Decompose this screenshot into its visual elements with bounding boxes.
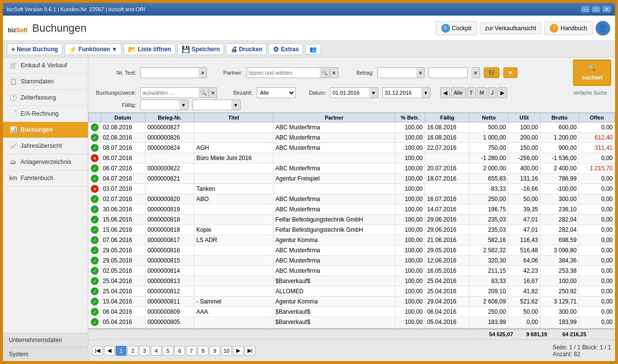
- page-9-btn[interactable]: 9: [209, 346, 220, 356]
- cockpit-button[interactable]: © Cockpit: [436, 21, 477, 35]
- faellig-from-input[interactable]: [140, 100, 179, 110]
- partner-clear-btn[interactable]: ✕: [330, 67, 338, 78]
- table-row[interactable]: ✕ 06.07.2016 Büro Miete Juni 2016 100,00…: [89, 153, 615, 163]
- verkaufsansicht-button[interactable]: zur Verkaufsansicht: [480, 22, 542, 34]
- sidebar-item-zeiterfassung[interactable]: 🕐 Zeiterfassung: [3, 90, 88, 106]
- date-all-btn[interactable]: Alle: [451, 87, 466, 98]
- page-3-btn[interactable]: 3: [139, 346, 150, 356]
- table-row[interactable]: ✓ 15.04.2016 0000000811 - Sammel Agentur…: [89, 297, 615, 307]
- table-row[interactable]: ✓ 08.07.2016 0000000824 AGH ABC Musterfi…: [89, 143, 615, 153]
- bezahlt-select[interactable]: Alle: [257, 87, 296, 98]
- betrag-currency-btn[interactable]: 💱: [484, 67, 499, 78]
- page-prev-btn[interactable]: ◀: [104, 346, 115, 356]
- datum-from-input[interactable]: [330, 87, 369, 98]
- partner-search-btn[interactable]: 🔍: [320, 67, 330, 78]
- betrag-to-clear-btn[interactable]: ✕: [472, 67, 480, 78]
- buchungszweck-search-btn[interactable]: 🔍: [199, 87, 209, 98]
- datum-from-cal-btn[interactable]: ▼: [369, 87, 378, 98]
- new-booking-button[interactable]: + Neue Buchung: [7, 43, 62, 55]
- table-row[interactable]: ✓ 06.04.2016 0000000809 AAA $Barverkauf$…: [89, 307, 615, 317]
- page-6-btn[interactable]: 6: [174, 346, 185, 356]
- table-row[interactable]: ✓ 07.06.2016 0000000817 LS ADR Agentur K…: [89, 235, 615, 245]
- col-titel[interactable]: Titel: [194, 113, 273, 122]
- search-button[interactable]: 🔍 suchen: [573, 60, 611, 86]
- table-row[interactable]: ✓ 25.04.2016 0000000813 $Barverkauf$ 100…: [89, 276, 615, 286]
- sidebar-item-system[interactable]: System: [3, 347, 88, 361]
- page-next-btn[interactable]: ▶: [233, 346, 244, 356]
- table-row[interactable]: ✓ 02.05.2016 0000000814 ABC Musterfirma …: [89, 266, 615, 276]
- table-row[interactable]: ✓ 29.05.2016 0000000816 ABC Musterfirma …: [89, 245, 615, 256]
- handbuch-button[interactable]: ? Handbuch: [544, 21, 593, 35]
- sidebar-item-jahresuebersicht[interactable]: 📈 Jahresübersicht: [3, 138, 88, 154]
- page-first-btn[interactable]: |◀: [92, 346, 103, 356]
- col-brutto[interactable]: Brutto: [540, 113, 579, 122]
- betrag-clear-btn[interactable]: ✕: [416, 67, 425, 78]
- table-row[interactable]: ✕ 03.07.2016 Tanken 100,00 -83,33 -16,66…: [89, 184, 615, 194]
- nr-text-input[interactable]: [140, 67, 199, 78]
- page-10-btn[interactable]: 10: [221, 346, 232, 356]
- date-next-btn[interactable]: ▶: [497, 87, 507, 98]
- col-ust[interactable]: USt: [508, 113, 540, 122]
- page-8-btn[interactable]: 8: [198, 346, 208, 356]
- cell-ust: 47,01: [508, 225, 540, 235]
- sidebar-item-anlagenverzeichnis[interactable]: 🗂 Anlagenverzeichnis: [3, 154, 88, 170]
- betrag-arrow-btn[interactable]: ▼: [503, 67, 517, 78]
- partner-input[interactable]: [247, 67, 320, 78]
- datum-to-cal-btn[interactable]: ▼: [421, 87, 431, 98]
- table-row[interactable]: ✓ 02.08.2016 0000000826 ABC Musterfirma …: [89, 133, 615, 143]
- print-button[interactable]: 🖨 Drucken: [226, 43, 267, 55]
- sidebar-item-ea-rechnung[interactable]: 📄 E/A-Rechnung: [3, 106, 88, 122]
- close-button[interactable]: ✕: [602, 6, 611, 13]
- date-prev-btn[interactable]: ◀: [440, 87, 450, 98]
- faellig-to-cal-btn[interactable]: ▼: [231, 100, 241, 110]
- table-row[interactable]: ✓ 15.06.2016 0000000818 Feifar Befestigu…: [89, 215, 615, 225]
- sidebar-item-buchungen[interactable]: 📊 Buchungen: [3, 122, 88, 138]
- table-row[interactable]: ✓ 02.08.2016 0000000827 ABC Musterfirma …: [89, 122, 615, 133]
- minimize-button[interactable]: ─: [581, 6, 590, 13]
- col-netto[interactable]: Netto: [470, 113, 508, 122]
- table-row[interactable]: ✓ 15.06.2016 0000000818 Kopie Feifar Bef…: [89, 225, 615, 235]
- extras-button[interactable]: ⚙ Extras: [268, 43, 303, 55]
- sidebar-item-unternehmensdaten[interactable]: Unternehmensdaten: [3, 333, 88, 347]
- open-list-button[interactable]: 📂 Liste öffnen: [124, 43, 175, 55]
- user-avatar[interactable]: 👤: [596, 21, 610, 36]
- datum-label: Datum:: [307, 90, 326, 96]
- col-beleg[interactable]: Beleg-Nr.: [145, 113, 194, 122]
- table-row[interactable]: ✓ 04.07.2016 0000000821 Agentur Freispie…: [89, 174, 615, 184]
- page-2-btn[interactable]: 2: [127, 346, 138, 356]
- date-m-btn[interactable]: M: [477, 87, 487, 98]
- betrag-from-input[interactable]: [377, 67, 416, 78]
- faellig-to-input[interactable]: [192, 100, 231, 110]
- faellig-from-cal-btn[interactable]: ▼: [179, 100, 188, 110]
- date-t-btn[interactable]: T: [467, 87, 476, 98]
- table-row[interactable]: ✓ 25.04.2016 0000000812 ALLOMED 100,00 2…: [89, 286, 615, 297]
- extra-icon-button[interactable]: 👥: [305, 44, 321, 55]
- betrag-to-input[interactable]: [429, 67, 468, 78]
- buchungszweck-input[interactable]: [140, 87, 199, 98]
- page-7-btn[interactable]: 7: [186, 346, 197, 356]
- col-datum[interactable]: Datum: [101, 113, 145, 122]
- sidebar-item-fahrtenbuch[interactable]: km Fahrtenbuch: [3, 170, 88, 186]
- table-row[interactable]: ✓ 06.07.2016 0000000822 ABC Musterfirma …: [89, 163, 615, 174]
- maximize-button[interactable]: □: [592, 6, 600, 13]
- sidebar-item-einkauf-verkauf[interactable]: 🛒 Einkauf & Verkauf: [3, 58, 88, 74]
- col-partner[interactable]: Partner: [273, 113, 395, 122]
- buchungszweck-clear-btn[interactable]: ✕: [209, 87, 217, 98]
- date-j-btn[interactable]: J: [488, 87, 497, 98]
- col-offen[interactable]: Offen: [579, 113, 615, 122]
- save-button[interactable]: 💾 Speichern: [177, 43, 224, 55]
- page-5-btn[interactable]: 5: [163, 346, 173, 356]
- functions-button[interactable]: ⚡ Funktionen ▼: [64, 43, 122, 55]
- table-row[interactable]: ✓ 05.04.2016 0000000805 $Barverkauf$ 100…: [89, 317, 615, 327]
- datum-to-input[interactable]: [382, 87, 421, 98]
- col-betr[interactable]: % Betr.: [395, 113, 425, 122]
- page-1-btn[interactable]: 1: [116, 346, 126, 356]
- col-faellig[interactable]: Fällig: [425, 113, 469, 122]
- page-last-btn[interactable]: ▶|: [245, 346, 255, 356]
- table-row[interactable]: ✓ 02.07.2016 0000000820 ABO ABC Musterfi…: [89, 194, 615, 204]
- table-row[interactable]: ✓ 30.06.2016 0000000819 ABC Musterfirma …: [89, 204, 615, 215]
- table-row[interactable]: ✓ 29.05.2016 0000000815 ABC Musterfirma …: [89, 256, 615, 266]
- page-4-btn[interactable]: 4: [151, 346, 162, 356]
- nr-text-clear-btn[interactable]: ✕: [199, 67, 207, 78]
- sidebar-item-stammdaten[interactable]: 📋 Stammdaten: [3, 74, 88, 90]
